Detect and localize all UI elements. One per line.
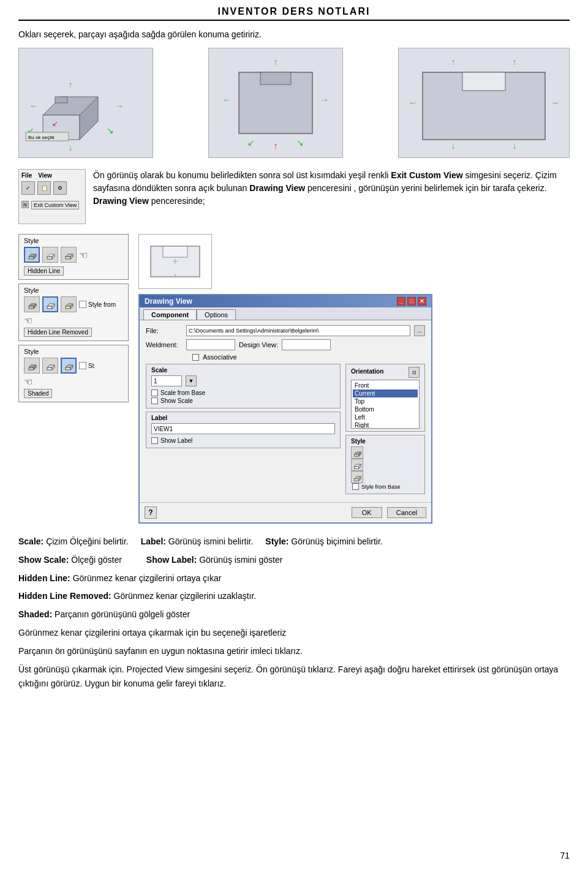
orient-current[interactable]: Current xyxy=(353,389,418,397)
small-ui-screenshot: File View ✓ 📋 ⚙ N Exit Custom View xyxy=(18,169,86,224)
style-icon-cube2-selected[interactable] xyxy=(42,296,58,312)
lower-area: Scale ▼ Scale from Base xyxy=(146,364,425,497)
file-input[interactable] xyxy=(186,325,410,336)
svg-marker-36 xyxy=(66,257,70,259)
orientation-btn[interactable]: ⊡ xyxy=(409,367,420,378)
svg-text:Bu ok seçilir: Bu ok seçilir xyxy=(28,135,55,140)
style-icon-cube2[interactable] xyxy=(42,247,58,263)
cursor-hand-2: ☜ xyxy=(24,315,32,326)
paragraph-2: Parçanın ön görünüşünü sayfanın en uygun… xyxy=(18,644,570,659)
help-button[interactable]: ? xyxy=(145,506,157,519)
titlebar-buttons: _ □ ✕ xyxy=(397,297,426,306)
style-from-base-row: Style from Base xyxy=(352,483,420,490)
style-panel-title-3: Style xyxy=(24,348,123,355)
top-view-svg: ↑ ← → ↙ ↘ ↑ xyxy=(214,54,337,152)
left-col: Scale ▼ Scale from Base xyxy=(146,364,341,497)
style-panels: Style ☜ Hidden Line xyxy=(18,234,129,402)
label-input[interactable] xyxy=(151,423,335,434)
hidden-line-desc: Hidden Line: Görünmez kenar çizgilerini … xyxy=(18,571,570,586)
dialog-action-btns: OK Cancel xyxy=(352,507,426,518)
style-panel-title-1: Style xyxy=(24,237,123,244)
style-icon-cube1-selected[interactable] xyxy=(24,247,40,263)
show-scale-row: Show Scale xyxy=(151,397,335,404)
style-from-checkbox-2[interactable]: Style from xyxy=(79,301,116,308)
dialog-style-cube3[interactable] xyxy=(351,471,363,483)
style-icon-cube1-3[interactable] xyxy=(24,358,40,374)
label-section: Label Show Label xyxy=(146,412,341,448)
description-block: File View ✓ 📋 ⚙ N Exit Custom View Ön gö… xyxy=(18,169,570,224)
style-icon-cube3-2[interactable] xyxy=(61,296,77,312)
file-label: File: xyxy=(146,327,183,334)
style-desc: Style: Görünüş biçimini belirtir. xyxy=(265,535,382,549)
drawing-view-section: Style ☜ Hidden Line xyxy=(18,234,570,524)
svg-text:↓: ↓ xyxy=(69,143,73,152)
scale-input[interactable] xyxy=(151,375,182,386)
minimize-button[interactable]: _ xyxy=(397,297,405,306)
tab-component[interactable]: Component xyxy=(143,309,197,320)
associative-checkbox[interactable] xyxy=(192,354,199,361)
style-icon-cube2-3[interactable] xyxy=(42,358,58,374)
svg-marker-45 xyxy=(66,306,70,309)
orient-front[interactable]: Front xyxy=(353,382,418,389)
orient-left[interactable]: Left xyxy=(353,413,418,421)
orientation-list[interactable]: Front Current Top Bottom Left Right Back… xyxy=(351,380,420,429)
style-icon-cube3-selected[interactable] xyxy=(61,358,77,374)
orient-bottom[interactable]: Bottom xyxy=(353,405,418,413)
shaded-bold: Shaded: xyxy=(18,609,52,619)
drawing-view-content: Style ☜ Hidden Line xyxy=(18,234,570,524)
style-from-check-icon-3 xyxy=(79,362,86,369)
svg-text:→: → xyxy=(115,101,124,111)
scale-from-base-label: Scale from Base xyxy=(160,389,205,396)
tab-options[interactable]: Options xyxy=(197,309,236,320)
svg-text:↑: ↑ xyxy=(69,80,73,89)
orient-right[interactable]: Right xyxy=(353,421,418,429)
style-from-check-icon-2 xyxy=(79,301,86,308)
style-from-checkbox-3[interactable]: St xyxy=(79,362,94,369)
toolbar-btn-gear: ⚙ xyxy=(53,181,67,195)
scale-from-base-checkbox[interactable] xyxy=(151,389,158,396)
file-row: File: ... xyxy=(146,325,425,336)
svg-text:↙: ↙ xyxy=(247,138,255,148)
shaded-desc: Shaded: Parçanın görünüşünü gölgeli göst… xyxy=(18,608,570,622)
label-bold: Label: xyxy=(141,536,166,546)
weldment-input[interactable] xyxy=(186,339,235,350)
desc-part3: penceresini , görünüşün yerini belirleme… xyxy=(305,183,547,193)
orient-top[interactable]: Top xyxy=(353,397,418,405)
style-icon-cube3[interactable] xyxy=(61,247,77,263)
dialog-style-cube1[interactable] xyxy=(351,446,363,459)
svg-rect-14 xyxy=(260,72,291,85)
maximize-button[interactable]: □ xyxy=(407,297,416,306)
show-scale-checkbox[interactable] xyxy=(151,397,158,404)
menu-bar: File View xyxy=(21,172,52,179)
design-view-input[interactable] xyxy=(282,339,331,350)
scale-dropdown-btn[interactable]: ▼ xyxy=(186,375,197,386)
plus-icon: + xyxy=(172,256,178,267)
svg-text:↓: ↓ xyxy=(451,141,456,151)
page-header: INVENTOR DERS NOTLARI xyxy=(18,6,570,21)
show-scale-label: Show Scale xyxy=(160,397,193,404)
close-button[interactable]: ✕ xyxy=(418,297,426,306)
dialog-style-cube2[interactable] xyxy=(351,459,363,471)
file-menu: File xyxy=(21,172,32,179)
label-input-row xyxy=(151,423,335,434)
style-icon-cube1-2[interactable] xyxy=(24,296,40,312)
svg-text:←: ← xyxy=(29,101,38,111)
file-browse-btn[interactable]: ... xyxy=(414,325,425,336)
hand-cursor-row-3: ☜ xyxy=(24,376,123,388)
label-desc: Label: Görünüş ismini belirtir. xyxy=(141,535,254,549)
top-images-row: ↑ ← ↙ → ↘ ↓ ↙ Bu ok seçilir ↑ xyxy=(18,48,570,158)
style-from-base-checkbox[interactable] xyxy=(352,483,359,490)
style-panel-hidden-line-removed: Style Style from xyxy=(18,284,129,341)
show-label-checkbox[interactable] xyxy=(151,437,158,444)
drawing-view-label1: Drawing View xyxy=(249,183,305,193)
cancel-button[interactable]: Cancel xyxy=(387,507,426,518)
scale-row: ▼ xyxy=(151,375,335,386)
exit-custom-view-btn[interactable]: Exit Custom View xyxy=(31,201,79,209)
dialog-and-preview: + + Drawing View _ □ ✕ xyxy=(138,234,432,524)
scale-bold: Scale: xyxy=(18,536,43,546)
show-label-row: Show Label xyxy=(151,437,335,444)
ok-button[interactable]: OK xyxy=(352,507,382,518)
show-label-desc: Show Label: Görünüş ismini göster xyxy=(146,553,283,568)
svg-rect-22 xyxy=(462,72,505,91)
style-from-label-3: St xyxy=(88,363,94,369)
